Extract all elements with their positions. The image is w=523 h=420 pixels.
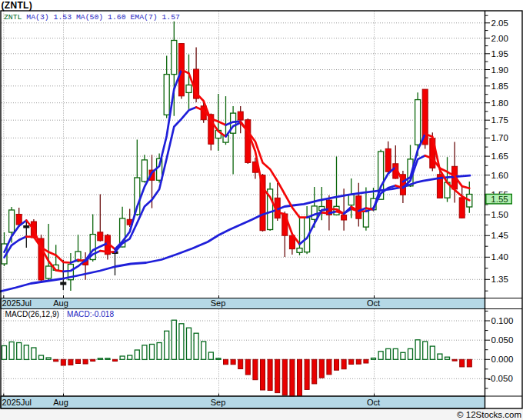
svg-text:1.75: 1.75 (491, 115, 508, 125)
svg-text:1.95: 1.95 (491, 49, 508, 58)
svg-text:Aug: Aug (53, 398, 68, 407)
svg-text:1.60: 1.60 (491, 171, 508, 180)
svg-text:2.05: 2.05 (491, 18, 508, 28)
svg-text:Oct: Oct (367, 298, 380, 308)
svg-text:2025Jul: 2025Jul (2, 298, 32, 308)
svg-text:0.000: 0.000 (491, 355, 514, 364)
svg-text:1.50: 1.50 (491, 210, 508, 219)
svg-text:0.050: 0.050 (491, 335, 514, 345)
svg-text:(ZNTL): (ZNTL) (2, 0, 32, 11)
svg-text:1.90: 1.90 (491, 65, 508, 75)
svg-text:1.85: 1.85 (491, 82, 508, 91)
svg-text:Sep: Sep (211, 398, 226, 407)
svg-text:-0.050: -0.050 (488, 374, 513, 383)
svg-text:1.80: 1.80 (491, 98, 508, 108)
svg-text:1.65: 1.65 (491, 152, 508, 161)
svg-text:Sep: Sep (211, 298, 226, 308)
svg-text:ZNTL MA(3) 1.53 MA(50) 1.6: ZNTL MA(3) 1.53 MA(50) 1.60 EMA(7) 1.57 (4, 13, 180, 22)
svg-text:1.45: 1.45 (491, 231, 508, 240)
svg-text:0.100: 0.100 (491, 316, 514, 325)
svg-text:1.40: 1.40 (491, 252, 508, 262)
svg-text:Aug: Aug (53, 298, 68, 308)
svg-text:MACD:-0.018: MACD:-0.018 (67, 309, 114, 318)
svg-text:Oct: Oct (367, 398, 380, 407)
svg-text:1.55: 1.55 (491, 195, 508, 204)
svg-text:1.35: 1.35 (491, 275, 508, 284)
svg-text:MACD(26,12,9): MACD(26,12,9) (5, 309, 60, 318)
svg-text:2025Jul: 2025Jul (2, 398, 32, 407)
svg-text:1.70: 1.70 (491, 133, 508, 142)
svg-text:2.00: 2.00 (491, 34, 508, 43)
svg-text:© 12Stocks.com: © 12Stocks.com (457, 410, 521, 419)
